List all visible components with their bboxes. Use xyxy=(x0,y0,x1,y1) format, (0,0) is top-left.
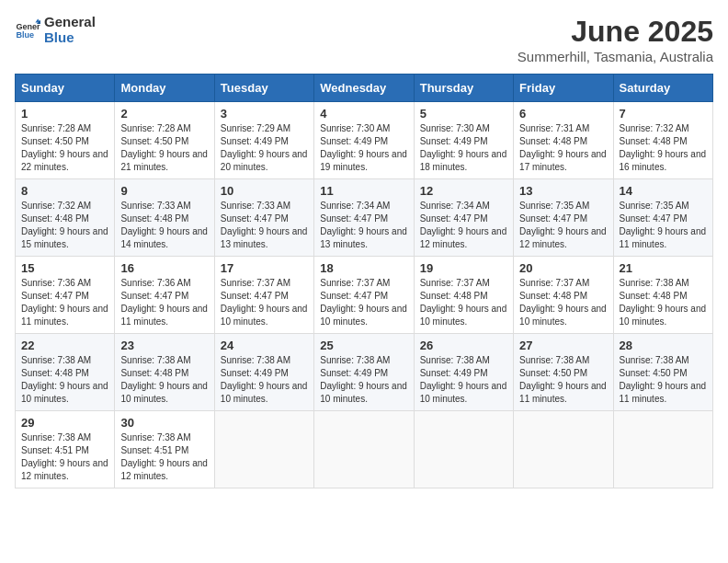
day-number: 4 xyxy=(320,107,407,121)
page-header: General Blue General Blue June 2025 Summ… xyxy=(15,15,713,64)
sunset-label: Sunset: 4:50 PM xyxy=(21,136,89,146)
sunrise-label: Sunrise: 7:37 AM xyxy=(420,278,490,288)
sunrise-label: Sunrise: 7:38 AM xyxy=(120,355,190,365)
day-info: Sunrise: 7:38 AM Sunset: 4:50 PM Dayligh… xyxy=(620,354,707,406)
day-number: 11 xyxy=(320,184,407,198)
sunrise-label: Sunrise: 7:36 AM xyxy=(120,278,190,288)
sunrise-label: Sunrise: 7:35 AM xyxy=(519,201,589,211)
day-info: Sunrise: 7:33 AM Sunset: 4:48 PM Dayligh… xyxy=(120,200,208,251)
calendar-cell: 23 Sunrise: 7:38 AM Sunset: 4:48 PM Dayl… xyxy=(115,334,214,411)
sunset-label: Sunset: 4:48 PM xyxy=(620,291,688,301)
day-info: Sunrise: 7:38 AM Sunset: 4:48 PM Dayligh… xyxy=(620,277,707,328)
sunset-label: Sunset: 4:47 PM xyxy=(620,213,688,224)
day-info: Sunrise: 7:34 AM Sunset: 4:47 PM Dayligh… xyxy=(320,200,407,251)
calendar-cell: 12 Sunrise: 7:34 AM Sunset: 4:47 PM Dayl… xyxy=(414,179,513,257)
calendar-cell: 30 Sunrise: 7:38 AM Sunset: 4:51 PM Dayl… xyxy=(115,411,214,488)
sunrise-label: Sunrise: 7:38 AM xyxy=(420,355,490,365)
day-number: 21 xyxy=(620,261,707,275)
day-info: Sunrise: 7:38 AM Sunset: 4:48 PM Dayligh… xyxy=(21,354,108,406)
day-number: 28 xyxy=(620,339,707,352)
sunset-label: Sunset: 4:47 PM xyxy=(519,213,587,224)
calendar-week-row: 8 Sunrise: 7:32 AM Sunset: 4:48 PM Dayli… xyxy=(16,179,713,257)
daylight-label: Daylight: 9 hours and 10 minutes. xyxy=(519,304,607,327)
logo-icon: General Blue xyxy=(15,17,40,43)
sunrise-label: Sunrise: 7:37 AM xyxy=(221,278,290,288)
sunset-label: Sunset: 4:48 PM xyxy=(21,368,89,378)
calendar-week-row: 22 Sunrise: 7:38 AM Sunset: 4:48 PM Dayl… xyxy=(16,334,713,411)
day-info: Sunrise: 7:33 AM Sunset: 4:47 PM Dayligh… xyxy=(221,200,308,251)
day-info: Sunrise: 7:37 AM Sunset: 4:47 PM Dayligh… xyxy=(221,277,308,328)
day-number: 25 xyxy=(320,339,407,352)
sunset-label: Sunset: 4:51 PM xyxy=(120,445,188,455)
calendar-cell: 13 Sunrise: 7:35 AM Sunset: 4:47 PM Dayl… xyxy=(514,179,613,257)
day-number: 18 xyxy=(320,261,407,275)
calendar-week-row: 1 Sunrise: 7:28 AM Sunset: 4:50 PM Dayli… xyxy=(16,102,713,179)
day-number: 14 xyxy=(620,184,707,198)
sunrise-label: Sunrise: 7:38 AM xyxy=(21,355,91,365)
col-saturday: Saturday xyxy=(613,75,712,102)
sunrise-label: Sunrise: 7:38 AM xyxy=(519,355,589,365)
col-sunday: Sunday xyxy=(16,75,115,102)
day-number: 2 xyxy=(120,107,208,121)
calendar-cell xyxy=(214,411,313,488)
day-number: 9 xyxy=(120,184,208,198)
day-number: 24 xyxy=(221,339,308,352)
calendar-cell: 4 Sunrise: 7:30 AM Sunset: 4:49 PM Dayli… xyxy=(314,102,414,179)
sunrise-label: Sunrise: 7:30 AM xyxy=(320,123,390,133)
sunset-label: Sunset: 4:48 PM xyxy=(519,291,587,301)
day-info: Sunrise: 7:38 AM Sunset: 4:51 PM Dayligh… xyxy=(21,431,108,483)
day-number: 8 xyxy=(21,184,108,198)
calendar-cell: 19 Sunrise: 7:37 AM Sunset: 4:48 PM Dayl… xyxy=(414,257,513,334)
day-info: Sunrise: 7:38 AM Sunset: 4:49 PM Dayligh… xyxy=(221,354,308,406)
day-number: 6 xyxy=(519,107,607,121)
day-info: Sunrise: 7:31 AM Sunset: 4:48 PM Dayligh… xyxy=(519,122,607,174)
day-number: 15 xyxy=(21,261,108,275)
daylight-label: Daylight: 9 hours and 12 minutes. xyxy=(120,458,208,481)
daylight-label: Daylight: 9 hours and 11 minutes. xyxy=(620,226,707,249)
daylight-label: Daylight: 9 hours and 16 minutes. xyxy=(620,149,707,172)
sunset-label: Sunset: 4:49 PM xyxy=(320,368,388,378)
calendar-cell: 25 Sunrise: 7:38 AM Sunset: 4:49 PM Dayl… xyxy=(314,334,414,411)
daylight-label: Daylight: 9 hours and 14 minutes. xyxy=(120,226,208,249)
daylight-label: Daylight: 9 hours and 15 minutes. xyxy=(21,226,108,249)
month-title: June 2025 xyxy=(518,15,713,49)
sunrise-label: Sunrise: 7:37 AM xyxy=(519,278,589,288)
col-thursday: Thursday xyxy=(414,75,513,102)
day-info: Sunrise: 7:38 AM Sunset: 4:50 PM Dayligh… xyxy=(519,354,607,406)
day-number: 26 xyxy=(420,339,507,352)
sunrise-label: Sunrise: 7:38 AM xyxy=(620,278,689,288)
sunset-label: Sunset: 4:48 PM xyxy=(420,291,488,301)
day-number: 13 xyxy=(519,184,607,198)
daylight-label: Daylight: 9 hours and 12 minutes. xyxy=(21,458,108,481)
sunrise-label: Sunrise: 7:38 AM xyxy=(21,432,91,442)
day-info: Sunrise: 7:36 AM Sunset: 4:47 PM Dayligh… xyxy=(21,277,108,328)
day-number: 1 xyxy=(21,107,108,121)
day-number: 19 xyxy=(420,261,507,275)
daylight-label: Daylight: 9 hours and 17 minutes. xyxy=(519,149,607,172)
day-number: 22 xyxy=(21,339,108,352)
sunrise-label: Sunrise: 7:30 AM xyxy=(420,123,490,133)
day-number: 12 xyxy=(420,184,507,198)
logo-blue: Blue xyxy=(44,30,96,46)
sunrise-label: Sunrise: 7:36 AM xyxy=(21,278,91,288)
calendar-cell: 10 Sunrise: 7:33 AM Sunset: 4:47 PM Dayl… xyxy=(214,179,313,257)
sunrise-label: Sunrise: 7:35 AM xyxy=(620,201,689,211)
daylight-label: Daylight: 9 hours and 10 minutes. xyxy=(120,381,208,404)
daylight-label: Daylight: 9 hours and 10 minutes. xyxy=(221,381,308,404)
calendar-week-row: 29 Sunrise: 7:38 AM Sunset: 4:51 PM Dayl… xyxy=(16,411,713,488)
calendar-cell: 3 Sunrise: 7:29 AM Sunset: 4:49 PM Dayli… xyxy=(214,102,313,179)
daylight-label: Daylight: 9 hours and 10 minutes. xyxy=(320,304,407,327)
sunset-label: Sunset: 4:47 PM xyxy=(21,291,89,301)
calendar-week-row: 15 Sunrise: 7:36 AM Sunset: 4:47 PM Dayl… xyxy=(16,257,713,334)
calendar-cell: 27 Sunrise: 7:38 AM Sunset: 4:50 PM Dayl… xyxy=(514,334,613,411)
svg-text:Blue: Blue xyxy=(16,30,34,40)
day-number: 16 xyxy=(120,261,208,275)
calendar-cell: 1 Sunrise: 7:28 AM Sunset: 4:50 PM Dayli… xyxy=(16,102,115,179)
calendar-cell: 15 Sunrise: 7:36 AM Sunset: 4:47 PM Dayl… xyxy=(16,257,115,334)
daylight-label: Daylight: 9 hours and 13 minutes. xyxy=(320,226,407,249)
daylight-label: Daylight: 9 hours and 12 minutes. xyxy=(519,226,607,249)
daylight-label: Daylight: 9 hours and 12 minutes. xyxy=(420,226,507,249)
sunrise-label: Sunrise: 7:33 AM xyxy=(120,201,190,211)
daylight-label: Daylight: 9 hours and 10 minutes. xyxy=(620,304,707,327)
col-monday: Monday xyxy=(115,75,214,102)
